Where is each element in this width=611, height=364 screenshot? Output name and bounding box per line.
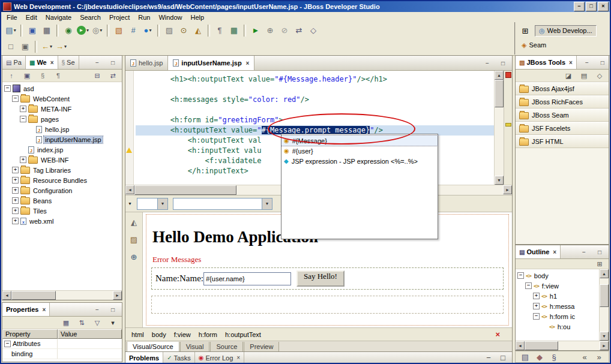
- menu-navigate[interactable]: Navigate: [41, 13, 76, 22]
- minus-expander-icon[interactable]: −: [12, 95, 19, 102]
- scroll-up-button[interactable]: ▲: [495, 71, 504, 80]
- stop-icon[interactable]: ⊘: [277, 24, 292, 37]
- search-icon[interactable]: ⊙: [176, 24, 191, 37]
- combobox-dropdown-icon[interactable]: ▼: [262, 198, 272, 209]
- tab-inputusername-jsp[interactable]: JinputUserName.jsp×: [168, 56, 254, 70]
- tree-item-inputusername-jsp[interactable]: JinputUserName.jsp: [2, 134, 122, 145]
- maximize-view-icon[interactable]: □: [496, 58, 510, 68]
- tree-item-h-ou[interactable]: <>h:ou: [516, 321, 599, 332]
- autocomplete-item-jsp-expression-jsp-expression[interactable]: ◆JSP expression - JSP expression <%=..%>: [281, 156, 438, 166]
- minimize-view-icon[interactable]: −: [577, 247, 591, 257]
- zoom-icon[interactable]: ⊕: [127, 250, 141, 263]
- warning-marker-icon[interactable]: [505, 123, 511, 127]
- tab-error-log[interactable]: ◉Error Log×: [195, 352, 244, 363]
- run-last-icon[interactable]: ►: [248, 24, 263, 37]
- breadcrumb-item-html[interactable]: html: [131, 331, 144, 338]
- create-grid-icon[interactable]: #: [126, 24, 140, 37]
- breadcrumb-item-body[interactable]: body: [152, 331, 166, 338]
- menu-help[interactable]: Help: [187, 13, 209, 22]
- palette-drawer-jboss-seam[interactable]: JBoss Seam: [516, 109, 609, 122]
- close-icon[interactable]: ×: [50, 59, 54, 66]
- error-messages-label[interactable]: Error Messages: [152, 255, 504, 264]
- maximize-view-icon[interactable]: □: [106, 58, 120, 67]
- new-wizard-icon[interactable]: ▤▾: [4, 24, 18, 37]
- customize-palette-icon[interactable]: ◇: [592, 70, 607, 81]
- scrollbar-thumb[interactable]: [495, 80, 504, 107]
- edit-icon[interactable]: ◭: [191, 24, 205, 37]
- editor-window-icon[interactable]: ▣: [18, 40, 32, 53]
- palette-drawer-jsf-facelets[interactable]: JSF Facelets: [516, 122, 609, 135]
- scroll-right-button[interactable]: ►: [503, 185, 512, 194]
- palette-drawer-jboss-ajax4jsf[interactable]: JBoss Ajax4jsf: [516, 82, 609, 95]
- tab-pa[interactable]: ▤Pa: [2, 56, 26, 69]
- scroll-down-button[interactable]: ▼: [495, 176, 504, 185]
- scrollbar-thumb[interactable]: [134, 185, 236, 195]
- maximize-view-icon[interactable]: □: [106, 305, 120, 314]
- autocomplete-item-user[interactable]: ◉#{user}: [281, 146, 438, 156]
- tab-hello-jsp[interactable]: Jhello.jsp: [125, 56, 168, 70]
- seam-view-icon[interactable]: §: [35, 70, 50, 81]
- plus-expander-icon[interactable]: +: [20, 157, 26, 163]
- tab-outline[interactable]: ▤Outline×: [516, 245, 561, 258]
- tree-item-configuration[interactable]: +Configuration: [2, 185, 122, 195]
- perspective-web-development-button[interactable]: ◎ Web Develop...: [535, 25, 597, 37]
- close-icon[interactable]: ×: [246, 60, 250, 67]
- breadcrumb-item-h-form[interactable]: h:form: [199, 331, 217, 338]
- error-marker-icon[interactable]: [505, 72, 511, 78]
- tab-visual-source[interactable]: Visual/Source: [127, 342, 179, 352]
- minus-expander-icon[interactable]: −: [4, 341, 11, 347]
- scroll-left-button[interactable]: ◄: [125, 185, 134, 194]
- tree-item-index-jsp[interactable]: Jindex.jsp: [2, 145, 122, 155]
- say-hello-button[interactable]: Say Hello!: [296, 270, 345, 287]
- maximize-view-icon[interactable]: □: [496, 351, 510, 363]
- tree-item-resource-bundles[interactable]: +Resource Bundles: [2, 175, 122, 185]
- property-column-header[interactable]: Property: [2, 329, 58, 339]
- minimized-view-icon-3[interactable]: §: [547, 350, 561, 363]
- menu-project[interactable]: Project: [105, 13, 134, 22]
- link-icon[interactable]: ⇄: [292, 24, 306, 37]
- plus-expander-icon[interactable]: +: [12, 187, 19, 194]
- table-icon[interactable]: ▦: [227, 24, 241, 37]
- back-icon[interactable]: ←▾: [40, 40, 54, 53]
- palette-drawer-jsf-html[interactable]: JSF HTML: [516, 135, 609, 148]
- plus-expander-icon[interactable]: +: [12, 218, 19, 224]
- open-page-icon[interactable]: ▨: [162, 24, 176, 37]
- sash-collapse-icon[interactable]: ▼: [128, 201, 132, 206]
- tree-item-h-messa[interactable]: +<>h:messa: [516, 301, 599, 311]
- scroll-up-button[interactable]: ▲: [600, 269, 609, 278]
- pointer-icon[interactable]: ◇: [306, 24, 321, 37]
- tab-source[interactable]: Source: [210, 342, 243, 352]
- tree-item-body[interactable]: −<>body: [516, 270, 599, 281]
- scroll-left-button[interactable]: ◄: [516, 341, 525, 350]
- minimize-button[interactable]: −: [574, 2, 585, 11]
- open-perspective-icon[interactable]: ⊞: [518, 24, 532, 37]
- tree-item-meta-inf[interactable]: +META-INF: [2, 104, 122, 114]
- tab-tasks[interactable]: ✓Tasks: [163, 352, 195, 363]
- up-level-icon[interactable]: ↑: [4, 70, 19, 81]
- view-menu-icon[interactable]: ▾: [106, 317, 120, 328]
- outline-vertical-scrollbar[interactable]: ▲ ▼: [599, 269, 609, 341]
- menu-window[interactable]: Window: [154, 13, 186, 22]
- minimize-view-icon[interactable]: −: [90, 58, 104, 67]
- warning-icon[interactable]: [126, 148, 132, 153]
- scrollbar-thumb[interactable]: [600, 284, 609, 307]
- properties-table[interactable]: −Attributesbinding: [2, 339, 122, 362]
- tree-item-webcontent[interactable]: −WebContent: [2, 94, 122, 104]
- tree-item-tag-libraries[interactable]: +Tag Libraries: [2, 165, 122, 175]
- outline-tree[interactable]: −<>body−<>f:view+<>h1+<>h:messa−<>h:form…: [516, 269, 599, 341]
- filter-icon[interactable]: ▽: [90, 317, 104, 328]
- tree-item-web-xml[interactable]: +xweb.xml: [2, 216, 122, 226]
- property-value-cell[interactable]: [58, 349, 122, 359]
- tree-item-h-form-ic[interactable]: −<>h:form ic: [516, 311, 599, 321]
- save-icon[interactable]: ▣: [25, 24, 40, 37]
- outline-horizontal-scrollbar[interactable]: ◄ ►: [516, 341, 609, 350]
- breadcrumb-item-h-outputtext[interactable]: h:outputText: [225, 331, 261, 338]
- close-icon[interactable]: ×: [569, 59, 573, 66]
- breadcrumb-item-f-view[interactable]: f:view: [174, 331, 191, 338]
- external-tools-icon[interactable]: ⊕: [263, 24, 277, 37]
- maximize-view-icon[interactable]: □: [595, 58, 609, 67]
- restore-left-icon[interactable]: «: [577, 350, 592, 363]
- link-with-editor-icon[interactable]: ⇄: [106, 70, 120, 81]
- minimize-view-icon[interactable]: −: [481, 351, 496, 363]
- plus-expander-icon[interactable]: +: [20, 106, 26, 112]
